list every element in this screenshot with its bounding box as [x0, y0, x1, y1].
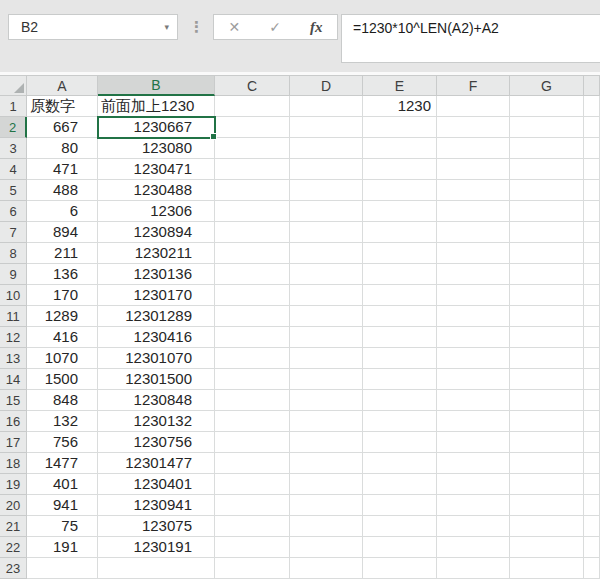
cell-D13[interactable] [290, 348, 363, 369]
row-header-12[interactable]: 12 [0, 327, 27, 348]
row-header-19[interactable]: 19 [0, 474, 27, 495]
column-header-partial[interactable] [584, 75, 600, 96]
cell-H8[interactable] [584, 243, 600, 264]
cell-F12[interactable] [437, 327, 510, 348]
cell-C15[interactable] [215, 390, 290, 411]
cell-A2[interactable]: 667 [27, 117, 98, 138]
cell-G21[interactable] [510, 516, 584, 537]
cell-G3[interactable] [510, 138, 584, 159]
row-header-1[interactable]: 1 [0, 96, 27, 117]
cell-G6[interactable] [510, 201, 584, 222]
cell-C20[interactable] [215, 495, 290, 516]
cell-F6[interactable] [437, 201, 510, 222]
cell-B22[interactable]: 1230191 [98, 537, 215, 558]
cell-G8[interactable] [510, 243, 584, 264]
row-header-2[interactable]: 2 [0, 117, 27, 138]
cell-B16[interactable]: 1230132 [98, 411, 215, 432]
cell-D7[interactable] [290, 222, 363, 243]
cell-C2[interactable] [215, 117, 290, 138]
chevron-down-icon[interactable]: ▾ [164, 22, 169, 32]
cell-D14[interactable] [290, 369, 363, 390]
cell-F11[interactable] [437, 306, 510, 327]
cell-B7[interactable]: 1230894 [98, 222, 215, 243]
cell-A21[interactable]: 75 [27, 516, 98, 537]
cell-A15[interactable]: 848 [27, 390, 98, 411]
cell-E2[interactable] [363, 117, 437, 138]
cell-E18[interactable] [363, 453, 437, 474]
cell-E7[interactable] [363, 222, 437, 243]
cell-D18[interactable] [290, 453, 363, 474]
cell-A22[interactable]: 191 [27, 537, 98, 558]
cell-C7[interactable] [215, 222, 290, 243]
cell-C23[interactable] [215, 558, 290, 579]
cell-D4[interactable] [290, 159, 363, 180]
cell-F8[interactable] [437, 243, 510, 264]
cell-E3[interactable] [363, 138, 437, 159]
cell-H1[interactable] [584, 96, 600, 117]
cell-C18[interactable] [215, 453, 290, 474]
cell-B18[interactable]: 12301477 [98, 453, 215, 474]
cell-G22[interactable] [510, 537, 584, 558]
cell-H2[interactable] [584, 117, 600, 138]
cell-D10[interactable] [290, 285, 363, 306]
row-header-14[interactable]: 14 [0, 369, 27, 390]
column-header-B[interactable]: B [98, 75, 215, 96]
cell-G17[interactable] [510, 432, 584, 453]
cell-H10[interactable] [584, 285, 600, 306]
cell-C14[interactable] [215, 369, 290, 390]
column-header-F[interactable]: F [437, 75, 510, 96]
cell-B13[interactable]: 12301070 [98, 348, 215, 369]
cell-D3[interactable] [290, 138, 363, 159]
cell-A17[interactable]: 756 [27, 432, 98, 453]
cell-H15[interactable] [584, 390, 600, 411]
cell-C9[interactable] [215, 264, 290, 285]
cell-C10[interactable] [215, 285, 290, 306]
cell-B19[interactable]: 1230401 [98, 474, 215, 495]
row-header-3[interactable]: 3 [0, 138, 27, 159]
cell-E11[interactable] [363, 306, 437, 327]
cell-B14[interactable]: 12301500 [98, 369, 215, 390]
row-header-7[interactable]: 7 [0, 222, 27, 243]
cell-D22[interactable] [290, 537, 363, 558]
cell-F9[interactable] [437, 264, 510, 285]
cell-B9[interactable]: 1230136 [98, 264, 215, 285]
cell-E8[interactable] [363, 243, 437, 264]
row-header-4[interactable]: 4 [0, 159, 27, 180]
cell-G14[interactable] [510, 369, 584, 390]
cell-B23[interactable] [98, 558, 215, 579]
cell-H9[interactable] [584, 264, 600, 285]
cell-H5[interactable] [584, 180, 600, 201]
cell-D11[interactable] [290, 306, 363, 327]
cell-C19[interactable] [215, 474, 290, 495]
column-header-A[interactable]: A [27, 75, 98, 96]
cell-E9[interactable] [363, 264, 437, 285]
cell-G12[interactable] [510, 327, 584, 348]
cell-C17[interactable] [215, 432, 290, 453]
insert-function-icon[interactable]: fx [310, 19, 323, 36]
cell-D2[interactable] [290, 117, 363, 138]
cell-G5[interactable] [510, 180, 584, 201]
row-header-13[interactable]: 13 [0, 348, 27, 369]
cell-E10[interactable] [363, 285, 437, 306]
cell-H16[interactable] [584, 411, 600, 432]
cell-G13[interactable] [510, 348, 584, 369]
cell-A11[interactable]: 1289 [27, 306, 98, 327]
cell-B15[interactable]: 1230848 [98, 390, 215, 411]
row-header-9[interactable]: 9 [0, 264, 27, 285]
cell-C13[interactable] [215, 348, 290, 369]
cell-D17[interactable] [290, 432, 363, 453]
fill-handle[interactable] [210, 133, 217, 140]
column-header-G[interactable]: G [510, 75, 584, 96]
cell-E6[interactable] [363, 201, 437, 222]
cell-H11[interactable] [584, 306, 600, 327]
cell-F16[interactable] [437, 411, 510, 432]
cell-B6[interactable]: 12306 [98, 201, 215, 222]
cell-F4[interactable] [437, 159, 510, 180]
enter-icon[interactable]: ✓ [269, 19, 281, 35]
cell-G23[interactable] [510, 558, 584, 579]
cell-E12[interactable] [363, 327, 437, 348]
cell-A3[interactable]: 80 [27, 138, 98, 159]
cell-F14[interactable] [437, 369, 510, 390]
cell-F18[interactable] [437, 453, 510, 474]
cell-F15[interactable] [437, 390, 510, 411]
